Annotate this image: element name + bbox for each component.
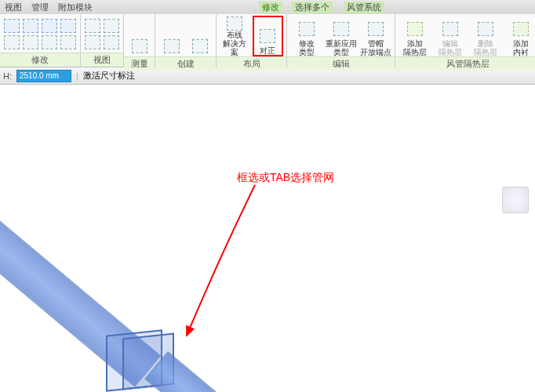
- activate-dim-button[interactable]: 激活尺寸标注: [83, 70, 135, 82]
- panel-edit: 修改 类型 重新应用 类型 管帽 开放端点 编辑: [287, 14, 395, 67]
- panel-view: 视图: [81, 14, 124, 67]
- justify-button[interactable]: 对正: [253, 16, 283, 56]
- viewport-3d[interactable]: 框选或TAB选择管网: [0, 85, 535, 392]
- panel-measure: 测量: [124, 14, 155, 67]
- modify-tool-icon[interactable]: [3, 18, 20, 34]
- route-solutions-button[interactable]: 布线 解决方案: [220, 16, 250, 56]
- panel-title-modify: 修改: [0, 53, 80, 67]
- del-ins-icon: [475, 19, 497, 39]
- cap-ends-button[interactable]: 管帽 开放端点: [359, 16, 391, 56]
- edit-type-button[interactable]: 修改 类型: [290, 16, 322, 56]
- create-button-1[interactable]: [158, 16, 184, 56]
- panel-layout: 布线 解决方案 对正 布局: [217, 14, 287, 67]
- edit-insulation-button: 编辑 隔热层: [434, 16, 467, 56]
- redo-icon[interactable]: [22, 34, 39, 50]
- measure-button[interactable]: [127, 16, 151, 56]
- add-ins-icon: [404, 19, 426, 39]
- tab-select-multi[interactable]: 选择多个: [292, 2, 333, 13]
- panel-create: 创建: [155, 14, 217, 67]
- menu-manage[interactable]: 管理: [31, 2, 49, 13]
- delete-insulation-button: 删除 隔热层: [469, 16, 502, 56]
- height-label: H:: [3, 71, 12, 81]
- ribbon: 修改 视图 测量: [0, 14, 535, 67]
- view-icon-1[interactable]: [84, 18, 101, 34]
- edit-ins-icon: [439, 19, 461, 39]
- filter-icon[interactable]: [60, 18, 77, 34]
- split-icon[interactable]: [60, 34, 77, 50]
- create-button-2[interactable]: [187, 16, 213, 56]
- panel-insulation: 添加 隔热层 编辑 隔热层 删除 隔热层 添加 内衬 风管隔热层: [395, 14, 535, 67]
- panel-title-measure: 测量: [124, 56, 155, 71]
- edit-type-icon: [296, 19, 318, 39]
- add-insulation-button[interactable]: 添加 隔热层: [399, 16, 431, 56]
- group-icon: [189, 36, 211, 56]
- height-input[interactable]: 2510.0 mm: [16, 70, 71, 82]
- route-icon: [224, 16, 246, 31]
- panel-title-view: 视图: [81, 53, 123, 67]
- cut-icon[interactable]: [22, 18, 39, 34]
- menu-bar: 视图 管理 附加模块 修改 选择多个 风管系统: [0, 0, 535, 14]
- view-icon-3[interactable]: [84, 34, 101, 50]
- measure-icon: [129, 36, 151, 56]
- reapply-type-button[interactable]: 重新应用 类型: [325, 16, 357, 56]
- reapply-icon: [330, 19, 352, 39]
- panel-title-layout: 布局: [217, 56, 286, 71]
- add-lining-button[interactable]: 添加 内衬: [504, 16, 535, 56]
- panel-modify: 修改: [0, 14, 81, 67]
- tab-modify[interactable]: 修改: [259, 2, 282, 13]
- menu-modules[interactable]: 附加模块: [58, 2, 93, 13]
- view-icon-4[interactable]: [103, 34, 120, 50]
- annotation-arrow-icon: [180, 179, 267, 351]
- align-icon[interactable]: [41, 34, 58, 50]
- add-lin-icon: [510, 19, 532, 39]
- box-icon: [161, 36, 183, 56]
- menu-view[interactable]: 视图: [5, 2, 22, 13]
- view-cube[interactable]: [502, 187, 529, 213]
- undo-icon[interactable]: [3, 34, 20, 50]
- panel-title-insulation: 风管隔热层: [395, 56, 535, 71]
- justify-icon: [257, 26, 278, 46]
- cap-icon: [365, 19, 387, 39]
- view-icon-2[interactable]: [103, 18, 120, 34]
- panel-title-edit: 编辑: [287, 56, 395, 71]
- panel-title-create: 创建: [155, 56, 216, 71]
- tab-duct-system[interactable]: 风管系统: [344, 2, 384, 13]
- select-box-icon[interactable]: [41, 18, 58, 34]
